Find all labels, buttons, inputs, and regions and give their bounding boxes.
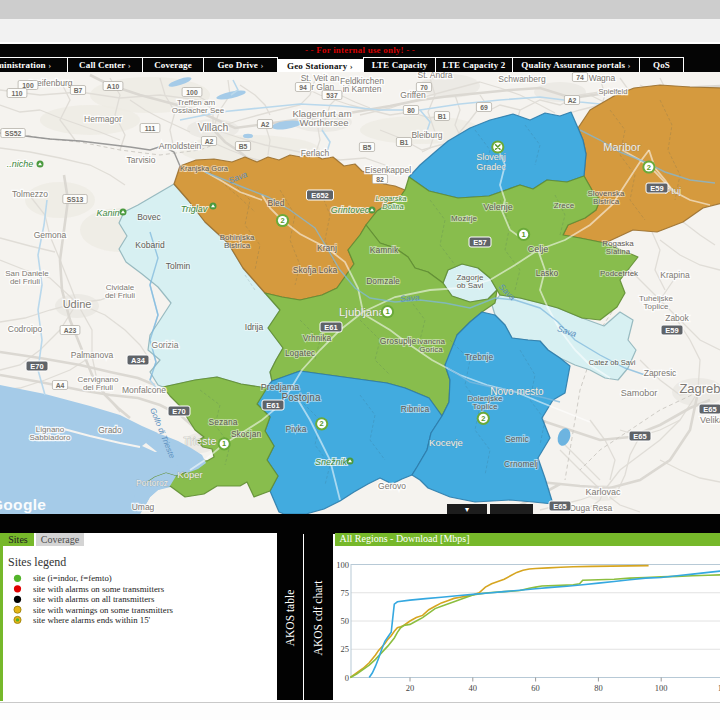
svg-text:B1: B1: [400, 139, 409, 146]
svg-text:100: 100: [336, 559, 349, 569]
svg-text:2: 2: [647, 163, 651, 172]
svg-text:Tarvisio: Tarvisio: [127, 155, 156, 165]
svg-text:20: 20: [406, 683, 415, 693]
svg-text:Kranjska Gora: Kranjska Gora: [180, 164, 229, 173]
svg-text:80: 80: [407, 107, 415, 114]
svg-text:70: 70: [420, 84, 428, 91]
svg-text:1: 1: [222, 439, 226, 448]
svg-text:Portoroz: Portoroz: [136, 478, 168, 488]
svg-text:A4: A4: [56, 382, 65, 389]
svg-text:Lasko: Lasko: [536, 268, 559, 278]
svg-text:Spielfeld: Spielfeld: [599, 87, 628, 96]
svg-text:E652: E652: [311, 191, 329, 200]
svg-text:Grosuplje: Grosuplje: [380, 336, 417, 346]
svg-text:A10: A10: [107, 83, 120, 90]
svg-text:Codroipo: Codroipo: [8, 324, 43, 334]
svg-text:Toplice: Toplice: [473, 402, 498, 411]
svg-text:site with warnings on some tra: site with warnings on some transmitters: [33, 605, 174, 615]
svg-text:A2: A2: [261, 121, 270, 128]
svg-text:Gorica: Gorica: [419, 345, 443, 354]
svg-text:Krapina: Krapina: [660, 270, 690, 280]
svg-text:Gemona: Gemona: [34, 230, 67, 240]
svg-text:Trieste: Trieste: [183, 435, 216, 447]
svg-text:Grintovec: Grintovec: [331, 205, 370, 215]
svg-text:A34: A34: [131, 356, 146, 365]
svg-text:del Friuli: del Friuli: [10, 277, 40, 286]
svg-text:Zapresic: Zapresic: [644, 368, 677, 378]
svg-text:E65: E65: [703, 405, 716, 414]
svg-text:Villach: Villach: [198, 121, 229, 133]
svg-text:site with alarms on all transm: site with alarms on all transmitters: [33, 594, 155, 604]
svg-text:Podcetrtek: Podcetrtek: [600, 269, 639, 278]
svg-text:Velika: Velika: [700, 415, 720, 425]
svg-text:Zabok: Zabok: [665, 313, 689, 323]
svg-text:Pivka: Pivka: [286, 424, 307, 434]
svg-text:2: 2: [320, 419, 324, 428]
svg-text:AKOS table: AKOS table: [284, 590, 296, 647]
svg-text:B5: B5: [363, 144, 372, 151]
svg-text:Ribnica: Ribnica: [401, 404, 430, 414]
svg-text:..niche: ..niche: [7, 159, 34, 169]
svg-text:Arnoldstein: Arnoldstein: [159, 141, 202, 151]
svg-text:E65: E65: [633, 432, 646, 441]
svg-text:ob Savi: ob Savi: [457, 281, 484, 290]
svg-text:Bleiburg: Bleiburg: [411, 130, 442, 140]
svg-text:Snežnik: Snežnik: [315, 457, 348, 467]
svg-text:del Friuli: del Friuli: [105, 291, 135, 300]
svg-text:Toplice: Toplice: [644, 302, 669, 311]
svg-text:40: 40: [469, 683, 478, 693]
svg-text:60: 60: [531, 683, 540, 693]
svg-text:Catez ob Savi: Catez ob Savi: [589, 358, 636, 367]
svg-text:Samobor: Samobor: [621, 388, 658, 398]
svg-text:Eisenkappel: Eisenkappel: [365, 165, 411, 175]
svg-text:Worthersee: Worthersee: [300, 117, 349, 128]
svg-text:Velenje: Velenje: [483, 202, 513, 212]
svg-text:Hermagor: Hermagor: [84, 114, 122, 124]
svg-text:Umag: Umag: [132, 502, 155, 512]
svg-text:82: 82: [376, 176, 384, 183]
svg-text:E59: E59: [665, 326, 678, 335]
svg-text:111: 111: [145, 125, 156, 132]
svg-text:Kobarid: Kobarid: [135, 240, 165, 250]
svg-text:A23: A23: [64, 327, 77, 334]
svg-text:100: 100: [22, 82, 34, 89]
svg-text:Slatina: Slatina: [606, 247, 631, 256]
svg-text:SS13: SS13: [67, 196, 84, 203]
svg-text:Kranj: Kranj: [317, 243, 337, 253]
svg-text:25: 25: [341, 644, 350, 654]
svg-text:Gorizia: Gorizia: [152, 340, 179, 350]
svg-text:1: 1: [522, 230, 526, 239]
svg-text:E61: E61: [266, 401, 279, 410]
svg-text:Sabbiadoro: Sabbiadoro: [30, 433, 71, 442]
svg-text:Domzale: Domzale: [366, 276, 400, 286]
svg-text:Vrhnika: Vrhnika: [303, 333, 332, 343]
svg-text:Bistrica: Bistrica: [224, 241, 251, 250]
svg-text:site with alarms on some trans: site with alarms on some transmitters: [33, 584, 165, 594]
svg-text:Grado: Grado: [98, 425, 122, 435]
svg-text:Predjama: Predjama: [261, 382, 300, 392]
svg-text:Crnomelj: Crnomelj: [504, 459, 538, 469]
svg-text:Semic: Semic: [505, 434, 529, 444]
svg-text:100: 100: [186, 89, 198, 96]
svg-text:Tolmin: Tolmin: [166, 261, 191, 271]
svg-text:Tolmezzo: Tolmezzo: [12, 189, 48, 199]
svg-text:A2: A2: [568, 97, 577, 104]
svg-text:B1: B1: [438, 113, 447, 120]
svg-text:80: 80: [594, 683, 603, 693]
svg-text:Mozirje: Mozirje: [451, 214, 477, 223]
svg-text:Ossiacher See: Ossiacher See: [172, 106, 225, 115]
svg-text:E65: E65: [553, 502, 566, 511]
svg-text:B5: B5: [239, 143, 248, 150]
svg-text:2: 2: [481, 414, 485, 423]
svg-text:50: 50: [341, 616, 350, 626]
svg-text:Schwanberg: Schwanberg: [498, 74, 546, 84]
svg-text:AKOS cdf chart: AKOS cdf chart: [312, 580, 324, 656]
svg-text:Triglav: Triglav: [181, 204, 208, 214]
svg-text:Ljubljana: Ljubljana: [339, 306, 386, 318]
svg-text:Monfalcone: Monfalcone: [122, 385, 166, 395]
svg-text:69: 69: [480, 104, 488, 111]
svg-text:E61: E61: [324, 323, 337, 332]
svg-text:1: 1: [385, 307, 389, 316]
svg-text:2: 2: [280, 216, 284, 225]
svg-text:Koper: Koper: [177, 469, 202, 480]
